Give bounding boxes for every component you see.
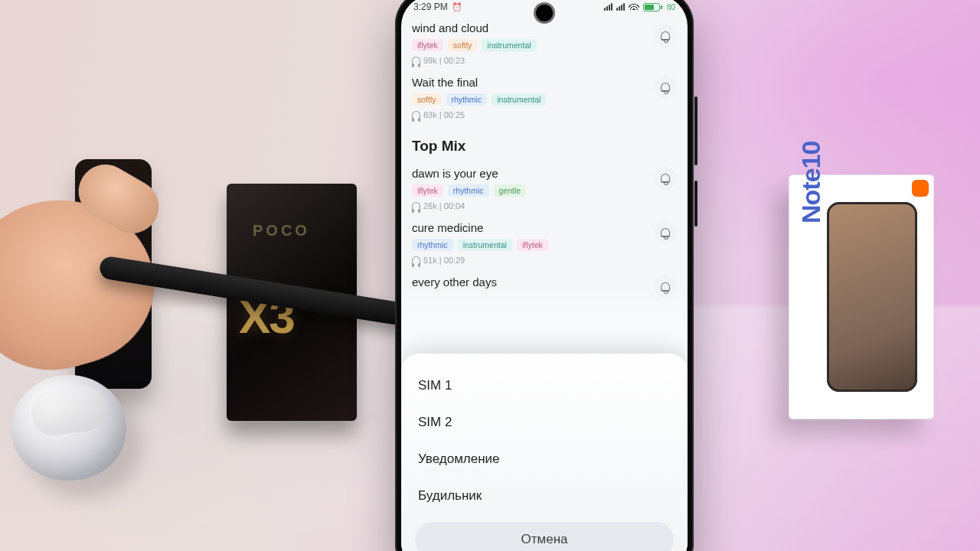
signal-sim2-icon xyxy=(616,3,625,11)
wifi-icon xyxy=(629,2,639,12)
battery-icon xyxy=(643,3,662,11)
app-content[interactable]: wind and cloudiflyteksoftlyinstrumental9… xyxy=(401,18,688,551)
note10-label: Note10 xyxy=(796,142,826,223)
mi-logo-icon xyxy=(912,180,929,197)
battery-percent: 80 xyxy=(667,3,675,11)
sheet-option[interactable]: Уведомление xyxy=(415,441,674,478)
sheet-option[interactable]: SIM 1 xyxy=(415,367,674,404)
sheet-option[interactable]: Будильник xyxy=(415,478,674,514)
signal-sim1-icon xyxy=(604,3,612,11)
bottom-sheet: SIM 1SIM 2УведомлениеБудильник Отмена xyxy=(401,354,688,551)
status-time: 3:29 PM xyxy=(413,2,448,12)
sheet-cancel-label: Отмена xyxy=(521,532,568,547)
phone-frame: 3:29 PM 80 wind and cloudiflyteksoftlyin… xyxy=(395,0,694,551)
power-button xyxy=(694,181,697,227)
prop-earbud-case xyxy=(11,375,126,481)
phone-screen: 3:29 PM 80 wind and cloudiflyteksoftlyin… xyxy=(401,0,688,551)
alarm-icon xyxy=(452,2,462,12)
sheet-option[interactable]: SIM 2 xyxy=(415,404,674,441)
volume-rocker xyxy=(694,96,697,165)
poco-brand-text: POCO xyxy=(253,222,310,240)
prop-note10-box: Note10 xyxy=(789,174,934,419)
sheet-cancel-button[interactable]: Отмена xyxy=(415,522,674,551)
